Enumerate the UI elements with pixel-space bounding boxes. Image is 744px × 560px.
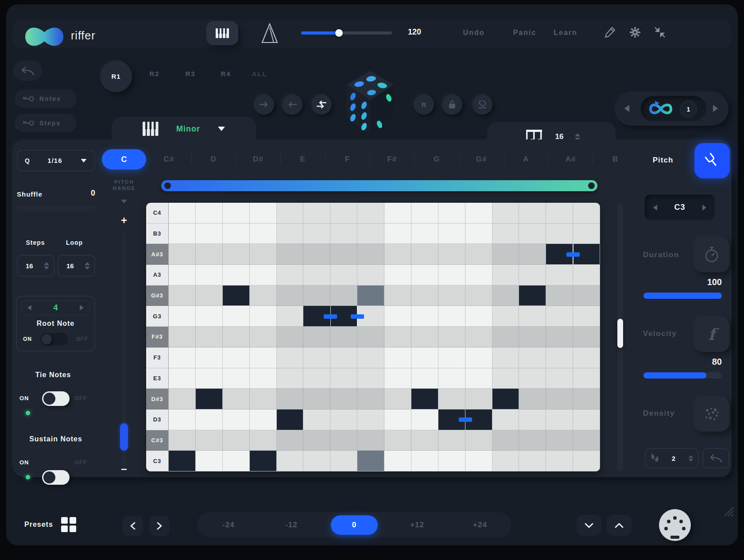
- grid-cell[interactable]: [196, 451, 223, 471]
- grid-cell[interactable]: [250, 244, 277, 265]
- grid-cell[interactable]: [519, 203, 546, 224]
- grid-cell[interactable]: [277, 327, 304, 348]
- transpose-selected-pill[interactable]: 0: [331, 515, 378, 535]
- grid-cell[interactable]: [169, 327, 196, 348]
- grid-cell[interactable]: [303, 409, 330, 430]
- tie-notes-toggle[interactable]: [42, 391, 70, 406]
- grid-cell[interactable]: [546, 327, 573, 348]
- grid-cell[interactable]: [303, 430, 330, 451]
- riff-tab-r3[interactable]: R3: [177, 70, 204, 82]
- grid-cell[interactable]: [384, 451, 411, 471]
- grid-cell[interactable]: [384, 224, 411, 244]
- resize-grip[interactable]: [722, 505, 734, 519]
- grid-cell[interactable]: [223, 389, 250, 409]
- scale-key-f[interactable]: F: [325, 149, 370, 170]
- grid-cell[interactable]: [196, 327, 223, 348]
- loop-prev-arrow[interactable]: [624, 105, 629, 112]
- grid-cell[interactable]: [169, 286, 196, 306]
- pitch-range-high-knob[interactable]: [588, 182, 595, 189]
- grid-cell[interactable]: [223, 451, 250, 471]
- grid-cell[interactable]: [169, 265, 196, 286]
- grid-cell[interactable]: [169, 244, 196, 265]
- duration-slider[interactable]: [643, 293, 722, 299]
- grid-cell[interactable]: [250, 286, 277, 306]
- grid-cell[interactable]: [330, 430, 357, 451]
- grid-cell[interactable]: [573, 224, 600, 244]
- grid-cell[interactable]: [492, 451, 519, 471]
- grid-cell[interactable]: [357, 265, 384, 286]
- grid-cell[interactable]: [411, 286, 438, 306]
- velocity-marker[interactable]: [351, 314, 364, 319]
- note-cell[interactable]: [250, 451, 276, 471]
- grid-cell[interactable]: [223, 265, 250, 286]
- grid-cell[interactable]: [492, 368, 519, 389]
- menu-item-undo[interactable]: Undo: [456, 29, 492, 37]
- scale-key-cs[interactable]: C#: [147, 149, 191, 170]
- grid-cell[interactable]: [330, 389, 357, 409]
- grid-cell[interactable]: [357, 327, 384, 348]
- grid-cell[interactable]: [411, 203, 438, 224]
- pitch-range-caret[interactable]: [121, 200, 127, 203]
- grid-cell[interactable]: [250, 389, 277, 409]
- grid-cell[interactable]: [573, 430, 600, 451]
- midi-connector-icon[interactable]: [659, 509, 691, 541]
- grid-cell[interactable]: [277, 244, 304, 265]
- grid-cell[interactable]: [384, 306, 411, 327]
- grid-cell[interactable]: [465, 306, 492, 327]
- grid-cell[interactable]: [573, 451, 600, 471]
- grid-cell[interactable]: [465, 451, 492, 471]
- tempo-slider-thumb[interactable]: [335, 29, 343, 37]
- grid-cell[interactable]: [546, 224, 573, 244]
- note-prev-arrow[interactable]: [653, 205, 657, 210]
- grid-cell[interactable]: [519, 451, 546, 471]
- grid-cell[interactable]: [438, 389, 465, 409]
- velocity-marker[interactable]: [324, 314, 337, 319]
- grid-cell[interactable]: [465, 327, 492, 348]
- randomize-dice-icon[interactable]: [343, 70, 397, 137]
- grid-cell[interactable]: [546, 430, 573, 451]
- pitch-range-vertical-thumb[interactable]: [120, 423, 128, 451]
- grid-cell[interactable]: [277, 368, 304, 389]
- grid-cell[interactable]: [384, 389, 411, 409]
- grid-cell[interactable]: [411, 409, 438, 430]
- grid-cell[interactable]: [546, 389, 573, 409]
- grid-cell[interactable]: [303, 224, 330, 244]
- grid-cell[interactable]: [411, 451, 438, 471]
- grid-cell[interactable]: [438, 451, 465, 471]
- octave-down-button[interactable]: [577, 515, 601, 536]
- root-note-stepper[interactable]: 4: [21, 300, 90, 315]
- grid-cell[interactable]: [357, 348, 384, 368]
- grid-cell[interactable]: [438, 224, 465, 244]
- density-stride-stepper[interactable]: 2: [645, 448, 699, 468]
- scale-key-a[interactable]: A: [504, 149, 548, 170]
- grid-cell[interactable]: [519, 389, 546, 409]
- grid-cell[interactable]: [384, 203, 411, 224]
- grid-cell[interactable]: [303, 203, 330, 224]
- grid-cell[interactable]: [223, 327, 250, 348]
- riff-tab-all[interactable]: ALL: [244, 70, 275, 82]
- grid-cell[interactable]: [303, 244, 330, 265]
- note-cell[interactable]: [169, 451, 195, 471]
- grid-cell[interactable]: [223, 348, 250, 368]
- grid-cell[interactable]: [223, 224, 250, 244]
- grid-cell[interactable]: [169, 203, 196, 224]
- grid-scrollbar-thumb[interactable]: [617, 319, 623, 348]
- grid-cell[interactable]: [330, 327, 357, 348]
- grid-cell[interactable]: [519, 430, 546, 451]
- grid-cell[interactable]: [438, 286, 465, 306]
- reverse-swap-button[interactable]: [311, 94, 332, 115]
- grid-cell[interactable]: [196, 203, 223, 224]
- note-cell[interactable]: [411, 389, 438, 409]
- grid-cell[interactable]: [277, 203, 304, 224]
- ghost-cell[interactable]: [357, 451, 384, 471]
- grid-cell[interactable]: [303, 265, 330, 286]
- grid-cell[interactable]: [492, 265, 519, 286]
- density-undo-button[interactable]: [702, 448, 729, 468]
- grid-cell[interactable]: [519, 306, 546, 327]
- scale-dropdown-caret[interactable]: [218, 127, 225, 131]
- grid-cell[interactable]: [196, 348, 223, 368]
- grid-cell[interactable]: [384, 368, 411, 389]
- grid-cell[interactable]: [492, 409, 519, 430]
- grid-cell[interactable]: [357, 409, 384, 430]
- grid-cell[interactable]: [519, 327, 546, 348]
